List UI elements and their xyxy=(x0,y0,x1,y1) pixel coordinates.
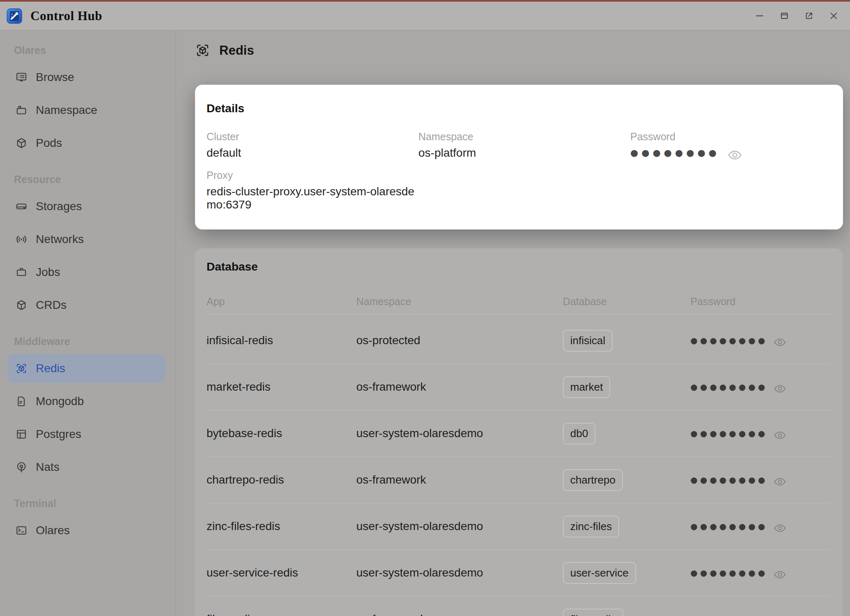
eye-icon[interactable] xyxy=(773,615,786,616)
table-row: files-redis os-framework files-redis ●●●… xyxy=(207,596,831,616)
sidebar-item-label: Browse xyxy=(36,71,74,84)
sidebar-item-nats[interactable]: Nats xyxy=(0,451,176,484)
sidebar-item-label: Mongodb xyxy=(36,395,84,408)
password-masked-value: ●●●●●●●● xyxy=(690,429,768,438)
table-row: market-redis os-framework market ●●●●●●●… xyxy=(207,364,831,410)
namespace-cell: os-framework xyxy=(356,380,563,394)
database-chip: files-redis xyxy=(563,609,623,616)
sidebar-section-resource: Resource Storages Networks Jobs CRDs xyxy=(0,169,176,322)
sidebar-section-label: Middleware xyxy=(0,331,176,352)
eye-icon[interactable] xyxy=(773,522,786,531)
sidebar-item-storages[interactable]: Storages xyxy=(0,190,176,223)
eye-icon[interactable] xyxy=(773,568,786,578)
namespace-cell: os-protected xyxy=(356,334,563,347)
browse-icon xyxy=(15,71,28,83)
sidebar-item-label: CRDs xyxy=(36,299,67,312)
password-masked-value: ●●●●●●●● xyxy=(690,522,768,530)
column-header-password: Password xyxy=(690,296,831,307)
sidebar-item-label: Namespace xyxy=(36,104,97,117)
table-row: user-service-redis user-system-olaresdem… xyxy=(207,550,831,596)
eye-icon[interactable] xyxy=(773,382,786,392)
details-card: Details Cluster default Namespace os-pla… xyxy=(195,85,843,229)
sidebar-item-namespace[interactable]: Namespace xyxy=(0,94,176,127)
password-masked-value: ●●●●●●●● xyxy=(690,383,768,391)
password-masked-value: ●●●●●●●● xyxy=(690,476,768,484)
crds-icon xyxy=(15,299,28,311)
sidebar-section-label: Resource xyxy=(0,169,176,190)
main-content: Redis Details Cluster default Namespace … xyxy=(177,30,850,616)
column-header-app: App xyxy=(207,296,356,307)
sidebar-item-networks[interactable]: Networks xyxy=(0,223,176,256)
pods-icon xyxy=(15,137,28,149)
sidebar-item-label: Postgres xyxy=(36,428,81,441)
namespace-cell: os-framework xyxy=(356,613,563,616)
sidebar-item-mongodb[interactable]: Mongodb xyxy=(0,385,176,418)
app-cell: user-service-redis xyxy=(207,566,356,579)
table-row: bytebase-redis user-system-olaresdemo db… xyxy=(207,410,831,457)
database-card: Database App Namespace Database Password… xyxy=(195,248,843,616)
eye-icon[interactable] xyxy=(773,475,786,485)
password-masked-value: ●●●●●●●● xyxy=(690,336,768,345)
redis-page-icon xyxy=(195,43,210,58)
app-cell: chartrepo-redis xyxy=(207,473,356,486)
minimize-button[interactable] xyxy=(755,11,764,21)
sidebar-item-browse[interactable]: Browse xyxy=(0,61,176,94)
table-row: chartrepo-redis os-framework chartrepo ●… xyxy=(207,457,831,503)
popout-button[interactable] xyxy=(804,11,814,21)
details-grid: Cluster default Namespace os-platform Pa… xyxy=(207,131,831,211)
sidebar-item-postgres[interactable]: Postgres xyxy=(0,418,176,451)
eye-icon[interactable] xyxy=(727,148,742,158)
namespace-label: Namespace xyxy=(418,131,630,142)
column-header-namespace: Namespace xyxy=(356,296,563,307)
sidebar-item-crds[interactable]: CRDs xyxy=(0,289,176,322)
window-controls xyxy=(755,11,838,21)
namespace-value: os-platform xyxy=(418,146,630,160)
password-masked-value: ●●●●●●●● xyxy=(690,569,768,577)
sidebar-section-olares: Olares Browse Namespace Pods xyxy=(0,39,176,160)
sidebar-item-label: Olares xyxy=(36,524,70,537)
nats-icon xyxy=(15,461,28,473)
jobs-icon xyxy=(15,266,28,278)
page-header: Redis xyxy=(195,43,254,58)
eye-icon[interactable] xyxy=(773,336,786,345)
app-cell: files-redis xyxy=(207,613,356,616)
sidebar-section-middleware: Middleware Redis Mongodb Postgres Nats xyxy=(0,331,176,484)
eye-icon[interactable] xyxy=(773,429,786,438)
sidebar-item-label: Pods xyxy=(36,137,62,150)
sidebar-item-redis[interactable]: Redis xyxy=(7,354,165,383)
sidebar-section-label: Olares xyxy=(0,39,176,61)
password-masked-value: ●●●●●●●● xyxy=(630,148,720,157)
app-cell: zinc-files-redis xyxy=(207,520,356,533)
app-logo-icon xyxy=(7,8,22,24)
cluster-value: default xyxy=(207,146,418,160)
app-cell: infisical-redis xyxy=(207,334,356,347)
namespace-cell: user-system-olaresdemo xyxy=(356,427,563,440)
proxy-field: Proxy redis-cluster-proxy.user-system-ol… xyxy=(207,169,418,211)
cluster-label: Cluster xyxy=(207,131,418,142)
database-chip: zinc-files xyxy=(563,516,619,537)
sidebar-item-jobs[interactable]: Jobs xyxy=(0,256,176,289)
password-label: Password xyxy=(630,131,831,142)
database-chip: infisical xyxy=(563,330,613,352)
namespace-cell: os-framework xyxy=(356,473,563,486)
namespace-cell: user-system-olaresdemo xyxy=(356,566,563,579)
database-chip: chartrepo xyxy=(563,469,623,491)
database-card-title: Database xyxy=(207,260,831,273)
storages-icon xyxy=(15,200,28,213)
table-header-divider xyxy=(207,314,831,314)
window-title: Control Hub xyxy=(30,9,102,23)
details-card-title: Details xyxy=(207,102,831,115)
sidebar-section-terminal: Terminal Olares xyxy=(0,493,176,547)
namespace-cell: user-system-olaresdemo xyxy=(356,520,563,533)
maximize-button[interactable] xyxy=(780,11,789,21)
sidebar-item-olares-terminal[interactable]: Olares xyxy=(0,514,176,547)
app-cell: market-redis xyxy=(207,380,356,394)
mongodb-icon xyxy=(15,395,28,408)
sidebar-item-pods[interactable]: Pods xyxy=(0,127,176,160)
password-field: Password ●●●●●●●● xyxy=(630,131,831,160)
close-button[interactable] xyxy=(829,11,838,21)
sidebar-item-label: Networks xyxy=(36,233,84,246)
namespace-icon xyxy=(15,104,28,116)
table-header: App Namespace Database Password xyxy=(207,296,831,307)
database-chip: user-service xyxy=(563,562,636,584)
